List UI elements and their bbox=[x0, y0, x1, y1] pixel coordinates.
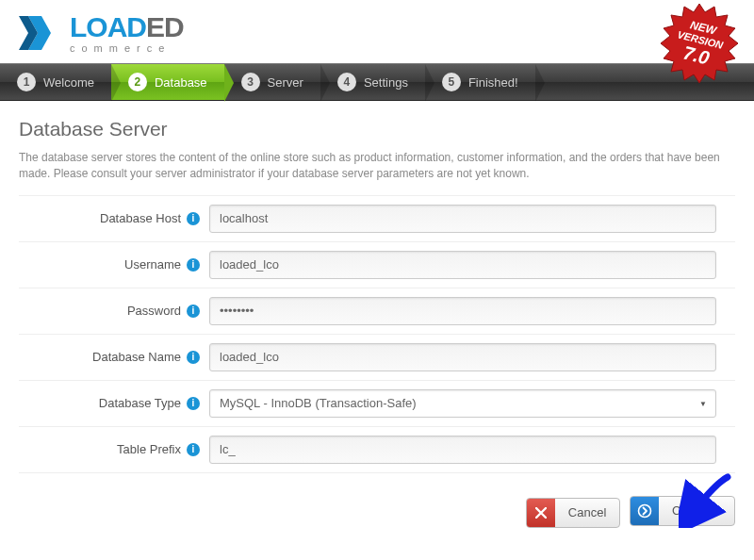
password-input[interactable] bbox=[209, 297, 716, 325]
content: Database Server The database server stor… bbox=[0, 101, 754, 473]
version-badge: NEW VERSION 7.0 bbox=[658, 2, 741, 85]
step-number: 4 bbox=[337, 73, 356, 91]
step-label: Welcome bbox=[43, 75, 94, 90]
row-password: Passwordi bbox=[19, 288, 735, 335]
logo-icon bbox=[19, 16, 62, 52]
step-number: 3 bbox=[241, 73, 260, 91]
label-database-name: Database Name bbox=[92, 350, 181, 364]
label-password: Password bbox=[127, 304, 181, 318]
database-host-input[interactable] bbox=[209, 205, 716, 233]
svg-point-2 bbox=[638, 504, 650, 517]
info-icon[interactable]: i bbox=[187, 397, 200, 410]
step-finished[interactable]: 5 Finished! bbox=[425, 64, 535, 100]
row-database-type: Database Typei MySQL - InnoDB (Transacti… bbox=[19, 380, 735, 427]
table-prefix-input[interactable] bbox=[209, 436, 716, 464]
label-database-type: Database Type bbox=[99, 396, 181, 410]
info-icon[interactable]: i bbox=[187, 305, 200, 318]
page-title: Database Server bbox=[19, 118, 735, 140]
logo-subtitle: commerce bbox=[70, 43, 184, 54]
database-name-input[interactable] bbox=[209, 343, 716, 371]
row-database-name: Database Namei bbox=[19, 334, 735, 381]
row-table-prefix: Table Prefixi bbox=[19, 426, 735, 473]
step-label: Settings bbox=[364, 75, 408, 90]
step-label: Server bbox=[268, 75, 303, 90]
step-settings[interactable]: 4 Settings bbox=[320, 64, 425, 100]
label-database-host: Database Host bbox=[100, 211, 181, 225]
cancel-button[interactable]: Cancel bbox=[526, 498, 620, 528]
database-type-select[interactable]: MySQL - InnoDB (Transaction-Safe) bbox=[209, 389, 716, 418]
step-number: 5 bbox=[442, 73, 461, 91]
cancel-button-label: Cancel bbox=[555, 505, 619, 519]
info-icon[interactable]: i bbox=[187, 212, 200, 225]
step-database[interactable]: 2 Database bbox=[111, 64, 224, 100]
username-input[interactable] bbox=[209, 251, 716, 279]
continue-button-label: Continue bbox=[659, 503, 734, 518]
header: LOADED commerce bbox=[0, 0, 754, 63]
label-table-prefix: Table Prefix bbox=[117, 442, 181, 456]
info-icon[interactable]: i bbox=[187, 443, 200, 456]
step-number: 2 bbox=[128, 73, 147, 91]
logo: LOADED commerce bbox=[19, 13, 184, 54]
step-number: 1 bbox=[17, 73, 36, 91]
wizard-steps: 1 Welcome 2 Database 3 Server 4 Settings… bbox=[0, 63, 754, 101]
continue-button[interactable]: Continue bbox=[630, 496, 735, 526]
page-description: The database server stores the content o… bbox=[19, 150, 735, 183]
row-database-host: Database Hosti bbox=[19, 195, 735, 242]
logo-text: LOADED bbox=[70, 13, 184, 41]
label-username: Username bbox=[124, 257, 181, 272]
close-icon bbox=[527, 499, 555, 527]
info-icon[interactable]: i bbox=[187, 258, 200, 272]
footer-buttons: Cancel Continue bbox=[0, 473, 754, 528]
info-icon[interactable]: i bbox=[187, 351, 200, 364]
step-label: Finished! bbox=[468, 75, 518, 90]
row-username: Usernamei bbox=[19, 241, 735, 288]
arrow-circle-icon bbox=[631, 497, 659, 525]
step-server[interactable]: 3 Server bbox=[224, 64, 320, 100]
step-welcome[interactable]: 1 Welcome bbox=[0, 64, 111, 100]
step-label: Database bbox=[155, 75, 207, 90]
